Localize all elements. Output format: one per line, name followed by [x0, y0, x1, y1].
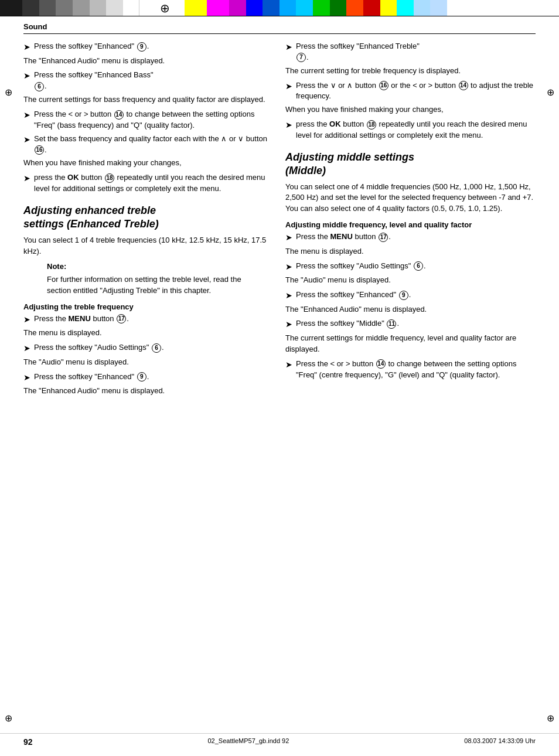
bullet-change-middle: ➤ Press the < or > button 14 to change b… — [285, 359, 536, 381]
bass-settings-para: The current settings for bass frequency … — [23, 94, 274, 105]
bullet-audio-settings-middle-text: Press the softkey "Audio Settings" 6. — [296, 261, 536, 272]
arrow-icon-r7: ➤ — [285, 319, 292, 331]
note-title: Note: — [47, 261, 250, 273]
bullet-audio-settings-middle: ➤ Press the softkey "Audio Settings" 6. — [285, 261, 536, 273]
bullet-enhanced-treble2-text: Press the softkey "Enhanced" 9. — [34, 372, 274, 383]
bullet-enhanced-softkey: ➤ Press the softkey "Enhanced" 9. — [23, 41, 274, 53]
audio-menu-displayed-treble: The "Audio" menu is displayed. — [23, 357, 274, 368]
bullet-set-text: Set the bass frequency and quality facto… — [34, 134, 274, 156]
arrow-icon-r4: ➤ — [285, 232, 292, 244]
arrow-icon-3: ➤ — [23, 110, 30, 121]
bullet-bass-text: Press the softkey "Enhanced Bass" 6. — [34, 70, 274, 92]
num-17a: 17 — [117, 314, 126, 323]
num-6c: 6 — [414, 261, 423, 271]
page-footer: 92 02_SeattleMP57_gb.indd 92 08.03.2007 … — [0, 733, 559, 750]
treble-setting-displayed: The current setting for treble frequency… — [285, 66, 536, 77]
arrow-icon-2: ➤ — [23, 70, 30, 82]
bullet-adjust-treble-text: Press the ∨ or ∧ button 16 or the < or >… — [296, 80, 536, 103]
num-18a: 18 — [105, 173, 114, 183]
bullet-enhanced-middle-text: Press the softkey "Enhanced" 9. — [296, 290, 536, 301]
num-16b: 16 — [379, 81, 388, 90]
num-16a: 16 — [35, 145, 44, 155]
num-18b: 18 — [367, 120, 376, 130]
bullet-audio-settings-treble-text: Press the softkey "Audio Settings" 6. — [34, 342, 274, 353]
arrow-icon-r1: ➤ — [285, 42, 292, 53]
h2-middle: Adjusting middle settings(Middle) — [285, 151, 536, 178]
bullet-ok-left: ➤ press the OK button 18 repeatedly unti… — [23, 172, 274, 195]
arrow-icon-r5: ➤ — [285, 261, 292, 273]
bullet-ok-right: ➤ press the OK button 18 repeatedly unti… — [285, 119, 536, 141]
h3-middle-freq: Adjusting middle frequency, level and qu… — [285, 220, 536, 229]
bullet-middle-softkey-text: Press the softkey "Middle" 11. — [296, 318, 536, 329]
num-9: 9 — [137, 42, 146, 52]
bullet-change-middle-text: Press the < or > button 14 to change bet… — [296, 359, 536, 381]
num-14b: 14 — [459, 81, 468, 90]
bottom-right-crosshair: ⊕ — [547, 713, 554, 724]
enhanced-audio-displayed-treble: The "Enhanced Audio" menu is displayed. — [23, 386, 274, 397]
color-bar: ⊕ — [0, 0, 559, 16]
arrow-icon-7: ➤ — [23, 343, 30, 355]
num-17b: 17 — [379, 233, 388, 242]
enhanced-audio-displayed-middle: The "Enhanced Audio" menu is displayed. — [285, 304, 536, 315]
num-14c: 14 — [376, 359, 386, 369]
arrow-icon-8: ➤ — [23, 372, 30, 384]
bullet-menu-middle-text: Press the MENU button 17. — [296, 231, 536, 243]
bullet-enhanced-middle: ➤ Press the softkey "Enhanced" 9. — [285, 290, 536, 302]
audio-menu-displayed-middle: The "Audio" menu is displayed. — [285, 275, 536, 286]
bullet-menu-treble: ➤ Press the MENU button 17. — [23, 314, 274, 326]
menu-displayed-treble: The menu is displayed. — [23, 328, 274, 339]
num-9c: 9 — [399, 291, 408, 300]
left-column: ➤ Press the softkey "Enhanced" 9. The "E… — [23, 41, 274, 400]
enhanced-treble-para: You can select 1 of 4 treble frequencies… — [23, 235, 274, 257]
bullet-menu-treble-text: Press the MENU button 17. — [34, 314, 274, 325]
num-11: 11 — [387, 319, 396, 329]
bullet-enhanced-treble2: ➤ Press the softkey "Enhanced" 9. — [23, 372, 274, 384]
footer-date-info: 08.03.2007 14:33:09 Uhr — [464, 737, 536, 747]
arrow-icon-r2: ➤ — [285, 81, 292, 93]
page-number: 92 — [23, 737, 33, 747]
bullet-change-text: Press the < or > button 14 to change bet… — [34, 109, 274, 131]
num-6: 6 — [35, 82, 44, 91]
arrow-icon-4: ➤ — [23, 134, 30, 146]
page-content: ⊕ ⊕ Sound ➤ Press the softkey "Enhanced"… — [0, 16, 559, 412]
num-6b: 6 — [152, 343, 161, 353]
middle-para: You can select one of 4 middle frequenci… — [285, 182, 536, 215]
bullet-middle-softkey: ➤ Press the softkey "Middle" 11. — [285, 318, 536, 331]
bullet-menu-middle: ➤ Press the MENU button 17. — [285, 231, 536, 244]
num-7: 7 — [296, 53, 306, 62]
bullet-enhanced-treble-right: ➤ Press the softkey "Enhanced Treble" 7. — [285, 41, 536, 63]
bullet-enhanced-bass: ➤ Press the softkey "Enhanced Bass" 6. — [23, 70, 274, 92]
h2-enhanced-treble: Adjusting enhanced treblesettings (Enhan… — [23, 204, 274, 231]
enhanced-audio-para: The "Enhanced Audio" menu is displayed. — [23, 56, 274, 67]
bullet-enhanced-treble-right-text: Press the softkey "Enhanced Treble" 7. — [296, 41, 536, 63]
note-box: Note: For further information on setting… — [47, 261, 250, 297]
right-column: ➤ Press the softkey "Enhanced Treble" 7.… — [285, 41, 536, 400]
bullet-ok-text-left: press the OK button 18 repeatedly until … — [34, 172, 274, 195]
bullet-set-bass: ➤ Set the bass frequency and quality fac… — [23, 134, 274, 156]
footer-file-info: 02_SeattleMP57_gb.indd 92 — [208, 737, 289, 747]
section-title: Sound — [23, 22, 536, 34]
bullet-ok-text-right: press the OK button 18 repeatedly until … — [296, 119, 536, 141]
note-text: For further information on setting the t… — [47, 274, 250, 297]
arrow-icon-r3: ➤ — [285, 120, 292, 131]
bullet-adjust-treble: ➤ Press the ∨ or ∧ button 16 or the < or… — [285, 80, 536, 103]
h3-treble-freq: Adjusting the treble frequency — [23, 302, 274, 311]
arrow-icon-r6: ➤ — [285, 290, 292, 302]
changes-para-left: When you have finished making your chang… — [23, 158, 274, 169]
arrow-icon-r8: ➤ — [285, 359, 292, 371]
num-14a: 14 — [114, 110, 124, 120]
arrow-icon: ➤ — [23, 42, 30, 53]
bullet-text: Press the softkey "Enhanced" 9. — [34, 41, 274, 52]
bullet-audio-settings-treble: ➤ Press the softkey "Audio Settings" 6. — [23, 342, 274, 355]
right-margin-crosshair: ⊕ — [547, 87, 554, 98]
arrow-icon-5: ➤ — [23, 173, 30, 185]
left-margin-crosshair: ⊕ — [5, 87, 12, 98]
two-column-layout: ➤ Press the softkey "Enhanced" 9. The "E… — [23, 41, 536, 400]
bottom-left-crosshair: ⊕ — [5, 713, 12, 724]
middle-settings-displayed: The current settings for middle frequenc… — [285, 333, 536, 355]
bullet-change-setting: ➤ Press the < or > button 14 to change b… — [23, 109, 274, 131]
changes-para-right: When you have finished making your chang… — [285, 104, 536, 115]
num-9b: 9 — [137, 372, 146, 382]
menu-displayed-middle: The menu is displayed. — [285, 246, 536, 257]
arrow-icon-6: ➤ — [23, 314, 30, 326]
